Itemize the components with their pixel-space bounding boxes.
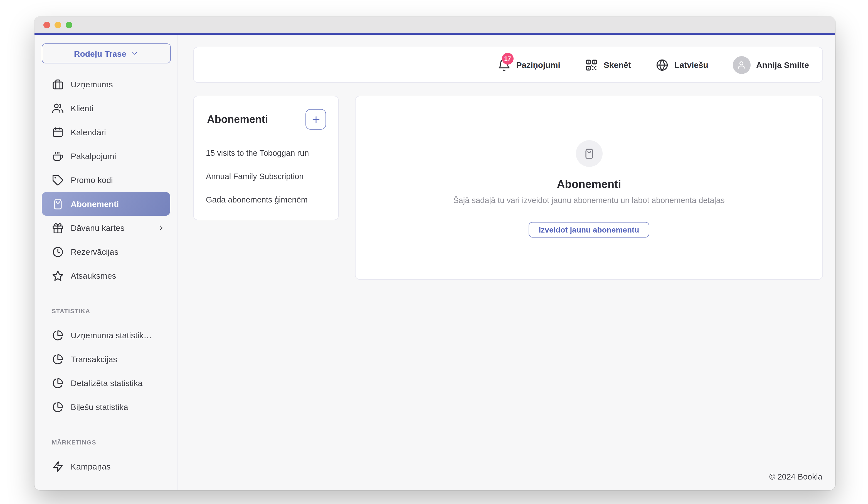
subscription-list-item[interactable]: Annual Family Subscription <box>206 165 326 188</box>
sidebar-item-klienti[interactable]: Klienti <box>34 96 177 120</box>
topbar: 17 Paziņojumi <box>193 47 823 83</box>
sidebar-item-uznemums[interactable]: Uzņēmums <box>34 72 177 96</box>
gift-icon <box>52 222 64 234</box>
sidebar-item-transakcijas[interactable]: Transakcijas <box>34 347 177 371</box>
subscription-list-item[interactable]: Gada abonements ģimenēm <box>206 188 326 211</box>
empty-state-icon-circle <box>576 140 602 167</box>
empty-state-panel: Abonementi Šajā sadaļā tu vari izveidot … <box>355 96 823 280</box>
subscriptions-panel: Abonementi 15 visits to the Toboggan run… <box>193 96 339 220</box>
sidebar-item-label: Dāvanu kartes <box>71 223 157 232</box>
avatar <box>733 56 751 74</box>
globe-icon <box>655 58 669 72</box>
traffic-lights <box>43 22 72 28</box>
sidebar-item-uznemuma-statistika[interactable]: Uzņēmuma statistik… <box>34 323 177 347</box>
sidebar-item-kalendari[interactable]: Kalendāri <box>34 120 177 144</box>
bell-icon-wrap: 17 <box>497 58 510 72</box>
user-name: Annija Smilte <box>756 60 809 70</box>
copyright-text: © 2024 Bookla <box>769 472 835 490</box>
sidebar-nav-marketing: Kampaņas <box>34 454 177 479</box>
company-name: Rodeļu Trase <box>74 49 126 58</box>
scan-button[interactable]: Skenēt <box>585 58 631 72</box>
sidebar-item-detalizeta-statistika[interactable]: Detalizēta statistika <box>34 371 177 395</box>
language-button[interactable]: Latviešu <box>655 58 708 72</box>
plus-icon <box>310 114 321 125</box>
minimize-window-button[interactable] <box>54 22 61 28</box>
company-switcher-button[interactable]: Rodeļu Trase <box>42 43 171 63</box>
sidebar-item-label: Klienti <box>71 104 165 113</box>
calendar-icon <box>52 126 64 138</box>
subscription-list-item[interactable]: 15 visits to the Toboggan run <box>206 141 326 165</box>
tag-icon <box>52 174 64 186</box>
shopping-bag-icon <box>52 198 64 210</box>
create-subscription-button[interactable]: Izveidot jaunu abonementu <box>529 222 649 238</box>
profile-button[interactable]: Annija Smilte <box>733 56 809 74</box>
sidebar-item-rezervacijas[interactable]: Rezervācijas <box>34 240 177 264</box>
pie-chart-icon <box>52 329 64 341</box>
main-area: 17 Paziņojumi <box>178 35 835 490</box>
section-label-marketing: MĀRKETINGS <box>52 439 177 446</box>
section-label-statistics: STATISTIKA <box>52 308 177 315</box>
notifications-button[interactable]: 17 Paziņojumi <box>497 58 560 72</box>
pie-chart-icon <box>52 401 64 413</box>
sidebar-item-label: Uzņēmuma statistik… <box>71 330 165 340</box>
window-titlebar <box>34 17 835 33</box>
content-row: Abonementi 15 visits to the Toboggan run… <box>193 96 823 280</box>
sidebar-item-label: Rezervācijas <box>71 247 165 256</box>
sidebar-item-label: Uzņēmums <box>71 80 165 89</box>
sidebar-nav-statistics: Uzņēmuma statistik… Transakcijas Detaliz… <box>34 323 177 419</box>
sidebar-item-label: Promo kodi <box>71 175 165 185</box>
subscription-list: 15 visits to the Toboggan run Annual Fam… <box>206 141 326 211</box>
pie-chart-icon <box>52 353 64 365</box>
sidebar-item-label: Biļešu statistika <box>71 402 165 412</box>
clock-icon <box>52 245 64 258</box>
coffee-icon <box>52 150 64 162</box>
sidebar-item-abonementi[interactable]: Abonementi <box>42 192 170 216</box>
briefcase-icon <box>52 78 64 91</box>
sidebar-item-label: Detalizēta statistika <box>71 378 165 388</box>
notification-badge: 17 <box>502 53 513 64</box>
zap-icon <box>52 460 64 473</box>
sidebar-item-davanu-kartes[interactable]: Dāvanu kartes <box>34 216 177 240</box>
sidebar-item-label: Pakalpojumi <box>71 151 165 161</box>
scan-label: Skenēt <box>604 60 631 70</box>
language-label: Latviešu <box>674 60 708 70</box>
sidebar-item-pakalpojumi[interactable]: Pakalpojumi <box>34 144 177 168</box>
subscriptions-header: Abonementi <box>206 109 326 130</box>
empty-state-description: Šajā sadaļā tu vari izveidot jaunu abone… <box>453 196 724 205</box>
sidebar-item-label: Abonementi <box>71 199 165 209</box>
window-body: Rodeļu Trase Uzņēmums Klienti Kalendāri <box>34 35 835 490</box>
shopping-bag-icon <box>583 147 595 160</box>
add-subscription-button[interactable] <box>306 109 326 130</box>
notifications-label: Paziņojumi <box>516 60 560 70</box>
sidebar-item-kampanas[interactable]: Kampaņas <box>34 454 177 479</box>
user-icon <box>736 59 747 71</box>
subscriptions-title: Abonementi <box>207 114 268 126</box>
sidebar-item-bilesu-statistika[interactable]: Biļešu statistika <box>34 395 177 419</box>
sidebar-item-atsauksmes[interactable]: Atsauksmes <box>34 264 177 287</box>
chevron-right-icon <box>157 224 165 232</box>
chevron-down-icon <box>131 50 138 57</box>
empty-state-title: Abonementi <box>557 179 621 190</box>
star-icon <box>52 270 64 282</box>
sidebar: Rodeļu Trase Uzņēmums Klienti Kalendāri <box>34 35 178 490</box>
close-window-button[interactable] <box>43 22 50 28</box>
screen: Rodeļu Trase Uzņēmums Klienti Kalendāri <box>0 0 868 504</box>
sidebar-item-label: Kampaņas <box>71 462 165 471</box>
sidebar-item-promo-kodi[interactable]: Promo kodi <box>34 168 177 192</box>
sidebar-item-label: Atsauksmes <box>71 271 165 280</box>
pie-chart-icon <box>52 377 64 389</box>
sidebar-item-label: Transakcijas <box>71 354 165 364</box>
sidebar-nav-main: Uzņēmums Klienti Kalendāri Pakalpojumi <box>34 72 177 287</box>
users-icon <box>52 102 64 114</box>
qr-scan-icon <box>585 58 598 72</box>
sidebar-item-label: Kalendāri <box>71 127 165 137</box>
maximize-window-button[interactable] <box>66 22 72 28</box>
app-window: Rodeļu Trase Uzņēmums Klienti Kalendāri <box>34 17 835 490</box>
